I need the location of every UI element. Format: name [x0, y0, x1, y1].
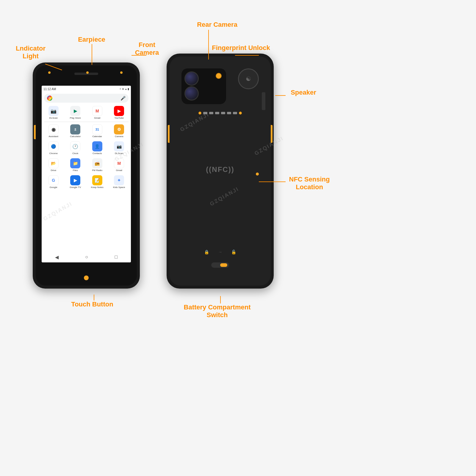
app-clock[interactable]: 🕐 Clock	[65, 140, 86, 156]
pin-4	[215, 112, 219, 114]
pin-1	[198, 112, 201, 115]
label-fingerprint: Fingerprint Unlock	[208, 44, 274, 52]
speaker-grille	[262, 92, 265, 110]
app-row-3: 🔵 Chrome 🕐 Clock 👤 Contacts	[42, 140, 131, 156]
home-button[interactable]: ○	[85, 254, 88, 260]
google-logo: G	[47, 95, 52, 101]
app-calculator[interactable]: ± Calculator	[65, 123, 86, 139]
recents-button[interactable]: □	[115, 254, 118, 260]
app-row-5: G Google ▶ Google TV 📝 Keep Notes	[42, 173, 131, 190]
status-time: 11:12 AM	[43, 87, 56, 91]
bluetooth-icon: ☓	[120, 87, 121, 90]
app-label: Gmail	[94, 117, 100, 119]
app-keep-notes[interactable]: 📝 Keep Notes	[87, 174, 108, 190]
label-rear-camera: Rear Camera	[190, 21, 244, 29]
app-label: Calculator	[70, 135, 81, 138]
volume-button[interactable]	[34, 125, 36, 139]
search-bar[interactable]: G 🎤	[44, 94, 129, 103]
lock-icon: 🔒	[204, 250, 209, 254]
phone-front: 11:12 AM ☓ ➤ ▴ ▮ G 🎤 📷	[33, 62, 140, 289]
status-bar: 11:12 AM ☓ ➤ ▴ ▮	[42, 86, 131, 92]
fingerprint-sensor[interactable]: ☯	[238, 68, 259, 89]
app-assistant[interactable]: ◉ Assistant	[43, 123, 64, 139]
divider-1	[44, 122, 129, 122]
app-label: Assistant	[49, 135, 58, 138]
touch-btn-line	[94, 295, 94, 300]
app-label: Kids Space	[113, 186, 125, 189]
app-gmail[interactable]: M Gmail	[87, 105, 108, 120]
app-row-1: 📷 DLScan ▶ Play Store M Gmail	[42, 104, 131, 121]
app-label: YouTube	[115, 117, 124, 119]
label-speaker: Speaker	[286, 89, 321, 96]
fingerprint-line	[235, 55, 259, 56]
app-label: FM Radio	[92, 169, 102, 172]
app-label: Clock	[72, 152, 78, 155]
label-battery-switch: Battery Compartment Switch	[178, 303, 256, 319]
pin-5	[221, 112, 225, 114]
back-left-button[interactable]	[168, 125, 170, 143]
power-button[interactable]	[137, 125, 139, 146]
app-camera[interactable]: ⚙ Camera	[109, 123, 130, 139]
app-drive[interactable]: 📂 Drive	[43, 157, 64, 173]
pin-8	[239, 112, 242, 115]
back-button[interactable]: ◀	[55, 254, 59, 260]
app-google[interactable]: G Google	[43, 174, 64, 190]
app-label: Gmail	[116, 169, 122, 172]
battery-compartment-switch[interactable]	[211, 262, 229, 268]
mic-icon: 🎤	[120, 96, 126, 101]
rear-camera-lens-2	[184, 86, 199, 101]
app-label: Calendar	[93, 135, 102, 138]
app-row-2: ◉ Assistant ± Calculator 31 Calendar	[42, 123, 131, 140]
nfc-indicator	[256, 173, 259, 176]
phone-screen: 11:12 AM ☓ ➤ ▴ ▮ G 🎤 📷	[42, 86, 131, 262]
label-touch-button: Touch Button	[65, 300, 119, 308]
battery-icon: ▮	[128, 87, 129, 90]
lock-icons: 🔒 → 🔓	[204, 250, 236, 254]
app-label: Google	[50, 186, 57, 189]
lock-open-icon: 🔓	[231, 250, 236, 254]
app-calendar[interactable]: 31 Calendar	[87, 123, 108, 139]
touch-button[interactable]	[84, 275, 89, 280]
app-label: Camera	[115, 135, 123, 138]
wifi-icon: ▴	[125, 87, 127, 90]
sensor-dot	[120, 71, 123, 74]
app-kids-space[interactable]: ✦ Kids Space	[109, 174, 130, 190]
app-row-4: 📂 Drive 📁 Files 📻 FM Radio	[42, 156, 131, 173]
app-files[interactable]: 📁 Files	[65, 157, 86, 173]
label-indicator-light: Lndicator Light	[11, 45, 50, 60]
nfc-line	[259, 181, 286, 182]
battery-switch-line	[220, 296, 221, 303]
label-earpiece: Earpiece	[74, 36, 109, 43]
app-label: Play Store	[70, 117, 81, 119]
app-dlscan-2[interactable]: 📷 DLScan	[109, 140, 130, 156]
earpiece-line	[92, 44, 92, 65]
app-label: DLScan	[115, 152, 123, 155]
nav-bar: ◀ ○ □	[42, 252, 131, 262]
app-fm-radio[interactable]: 📻 FM Radio	[87, 157, 108, 173]
back-right-button[interactable]	[271, 125, 273, 143]
pin-7	[233, 112, 237, 114]
arrow-icon: →	[218, 250, 222, 254]
label-front-camera: Front Camera	[129, 41, 165, 57]
location-icon: ➤	[122, 87, 124, 90]
app-label: Google TV	[70, 186, 81, 189]
app-chrome[interactable]: 🔵 Chrome	[43, 140, 64, 156]
app-play-store[interactable]: ▶ Play Store	[65, 105, 86, 120]
app-label: Files	[73, 169, 78, 172]
app-gmail-2[interactable]: M Gmail	[109, 157, 130, 173]
app-youtube[interactable]: ▶ YouTube	[109, 105, 130, 120]
app-label: Chrome	[49, 152, 58, 155]
front-camera-line	[131, 55, 146, 56]
pin-3	[209, 112, 213, 114]
flash-led	[216, 73, 222, 79]
speaker-line	[275, 95, 286, 96]
app-dlscan[interactable]: 📷 DLScan	[43, 105, 64, 120]
nfc-symbol: ((NFC))	[206, 165, 234, 174]
phone-back: ☯ ((NFC)) 🔒 → 🔓	[167, 54, 274, 289]
app-label: DLScan	[49, 117, 58, 119]
camera-dot-front	[86, 71, 89, 74]
app-contacts[interactable]: 👤 Contacts	[87, 140, 108, 156]
app-google-tv[interactable]: ▶ Google TV	[65, 174, 86, 190]
label-nfc: NFC Sensing Location	[286, 176, 333, 191]
app-label: Contacts	[93, 152, 102, 155]
